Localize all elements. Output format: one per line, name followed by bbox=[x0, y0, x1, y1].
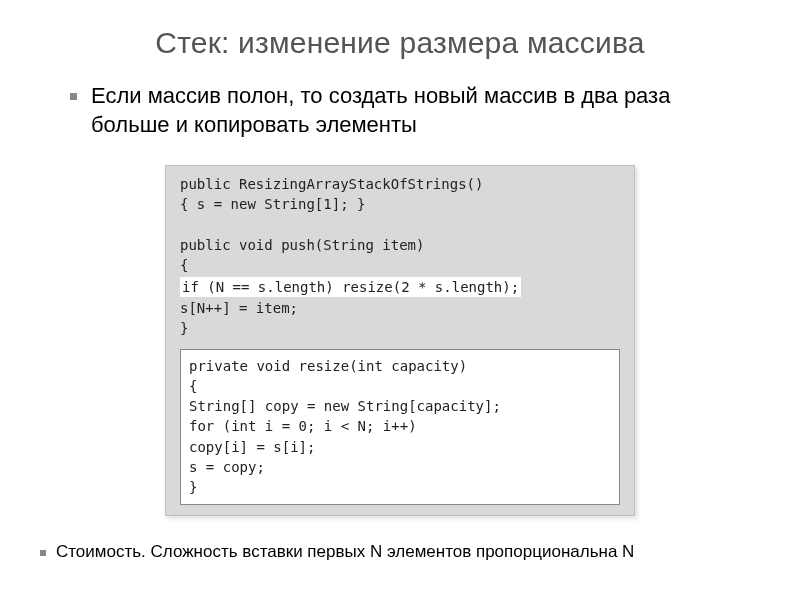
slide-container: Стек: изменение размера массива Если мас… bbox=[0, 0, 800, 600]
bullet-marker-icon bbox=[40, 550, 46, 556]
code-line: String[] copy = new String[capacity]; bbox=[189, 396, 611, 416]
bullet-2-text: Стоимость. Сложность вставки первых N эл… bbox=[56, 542, 634, 562]
code-area: public ResizingArrayStackOfStrings() { s… bbox=[60, 165, 740, 515]
slide-title: Стек: изменение размера массива bbox=[60, 26, 740, 60]
code-line: public void push(String item) bbox=[180, 235, 620, 255]
code-line: { bbox=[180, 255, 620, 275]
code-line: { s = new String[1]; } bbox=[180, 194, 620, 214]
code-line: { bbox=[189, 376, 611, 396]
code-line: s = copy; bbox=[189, 457, 611, 477]
code-line: public ResizingArrayStackOfStrings() bbox=[180, 174, 620, 194]
code-blank-line bbox=[180, 215, 620, 235]
bullet-2: Стоимость. Сложность вставки первых N эл… bbox=[40, 542, 740, 562]
code-line: copy[i] = s[i]; bbox=[189, 437, 611, 457]
code-line: } bbox=[180, 318, 620, 338]
bullet-1: Если массив полон, то создать новый масс… bbox=[70, 82, 740, 139]
bullet-1-text: Если массив полон, то создать новый масс… bbox=[91, 82, 740, 139]
code-line: for (int i = 0; i < N; i++) bbox=[189, 416, 611, 436]
code-inner-box: private void resize(int capacity) { Stri… bbox=[180, 349, 620, 505]
code-line: } bbox=[189, 477, 611, 497]
code-block: public ResizingArrayStackOfStrings() { s… bbox=[165, 165, 635, 515]
code-line: s[N++] = item; bbox=[180, 298, 620, 318]
bullet-marker-icon bbox=[70, 93, 77, 100]
code-line: private void resize(int capacity) bbox=[189, 356, 611, 376]
code-highlight: if (N == s.length) resize(2 * s.length); bbox=[180, 277, 521, 297]
code-line-highlighted: if (N == s.length) resize(2 * s.length); bbox=[180, 276, 620, 298]
